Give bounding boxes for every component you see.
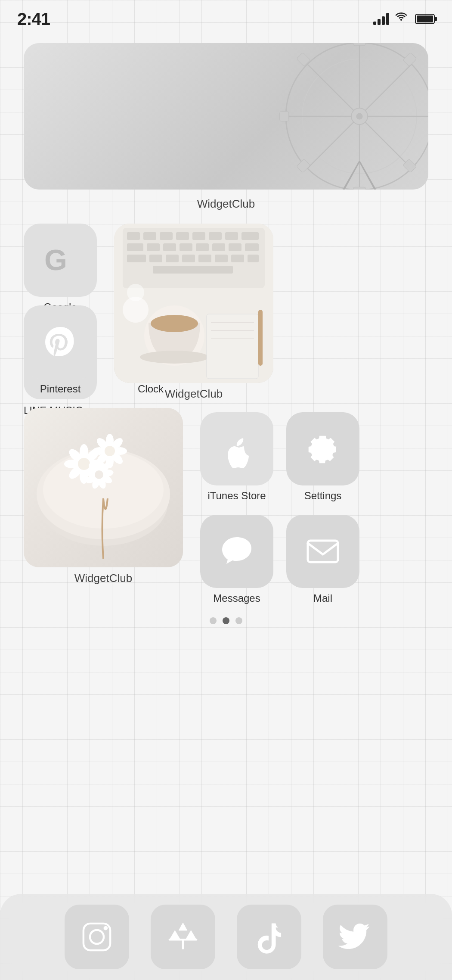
battery-icon: [415, 14, 435, 24]
svg-rect-29: [192, 232, 205, 240]
page-dot-2[interactable]: [223, 617, 229, 624]
apple-icon: [217, 429, 256, 468]
widget-bottom-label: WidgetClub: [74, 572, 132, 585]
svg-rect-31: [225, 232, 238, 240]
svg-rect-43: [166, 255, 179, 262]
tiktok-icon: [252, 920, 286, 954]
pinterest-icon-bg: [24, 305, 97, 379]
svg-point-15: [356, 113, 362, 119]
svg-rect-39: [229, 243, 241, 251]
messages-icon-bg: [200, 515, 273, 588]
svg-point-79: [78, 458, 90, 470]
clock-label: Clock: [138, 383, 164, 395]
svg-rect-11: [403, 53, 417, 66]
widget-middle-container: WidgetClub: [114, 224, 273, 401]
gear-icon: [303, 429, 342, 468]
svg-line-18: [335, 162, 359, 190]
widget-top[interactable]: [24, 43, 428, 190]
dock-tiktok[interactable]: [237, 905, 301, 969]
settings-label: Settings: [304, 490, 342, 502]
svg-point-102: [104, 926, 108, 930]
google-icon-bg: G: [24, 224, 97, 297]
instagram-icon-bg: [65, 905, 129, 969]
svg-rect-30: [209, 232, 222, 240]
mail-label: Mail: [313, 592, 332, 604]
svg-rect-53: [207, 314, 258, 379]
status-time: 2:41: [17, 9, 50, 29]
svg-point-59: [127, 284, 144, 301]
itunes-label: iTunes Store: [207, 490, 266, 502]
flower-scene: [24, 408, 183, 567]
home-content: WidgetClub G Google: [0, 34, 452, 624]
dock-instagram[interactable]: [65, 905, 129, 969]
app-mail[interactable]: Mail: [286, 515, 359, 604]
svg-rect-57: [258, 310, 263, 366]
svg-rect-41: [127, 255, 146, 262]
messages-icon: [217, 532, 256, 571]
coffee-desk-scene: [114, 224, 273, 383]
svg-rect-10: [297, 53, 310, 66]
svg-rect-25: [127, 232, 140, 240]
app-itunes[interactable]: iTunes Store: [200, 412, 273, 502]
svg-rect-44: [182, 255, 195, 262]
page-dot-3[interactable]: [235, 617, 242, 624]
apps-right-col: iTunes Store Settings Messages: [200, 412, 359, 604]
app-section-3: WidgetClub iTunes Store Set: [24, 408, 428, 604]
svg-rect-37: [196, 243, 209, 251]
pinterest-label: Pinterest: [40, 383, 81, 395]
svg-rect-28: [176, 232, 189, 240]
page-dots: [24, 617, 428, 624]
google-icon: G: [41, 241, 80, 280]
instagram-icon: [80, 920, 114, 954]
widget-middle[interactable]: [114, 224, 273, 383]
coffee-scene: [114, 224, 273, 383]
svg-rect-35: [163, 243, 176, 251]
svg-rect-12: [297, 159, 310, 173]
svg-point-101: [90, 930, 104, 944]
twitter-icon: [338, 920, 372, 954]
svg-rect-49: [153, 266, 233, 274]
app-pinterest[interactable]: Pinterest: [24, 305, 97, 395]
appstore-icon-bg: [151, 905, 215, 969]
svg-point-98: [95, 470, 103, 479]
flower-scene-svg: [24, 408, 183, 567]
svg-text:G: G: [44, 243, 67, 276]
svg-rect-40: [245, 243, 259, 251]
status-icons: [373, 12, 435, 27]
app-google[interactable]: G Google: [24, 224, 97, 313]
svg-rect-26: [143, 232, 156, 240]
settings-icon-bg: [286, 412, 359, 485]
svg-point-52: [140, 351, 209, 364]
svg-line-19: [359, 162, 384, 190]
page-dot-1[interactable]: [210, 617, 217, 624]
app-settings[interactable]: Settings: [286, 412, 359, 502]
signal-icon: [373, 13, 389, 25]
svg-rect-33: [127, 243, 143, 251]
svg-rect-7: [353, 187, 366, 190]
messages-label: Messages: [213, 592, 260, 604]
dock-appstore[interactable]: [151, 905, 215, 969]
svg-point-51: [151, 315, 198, 332]
app-messages[interactable]: Messages: [200, 515, 273, 604]
widget-top-image: [24, 43, 428, 190]
svg-rect-36: [180, 243, 192, 251]
svg-rect-45: [198, 255, 211, 262]
svg-rect-48: [248, 255, 259, 262]
svg-rect-13: [403, 159, 417, 173]
widget-top-label: WidgetClub: [24, 197, 428, 211]
svg-rect-6: [353, 43, 366, 46]
svg-rect-99: [308, 541, 338, 562]
ferris-wheel-icon: [278, 43, 428, 190]
widget-bottom-container: WidgetClub: [24, 408, 183, 585]
dock-twitter[interactable]: [323, 905, 387, 969]
svg-rect-46: [215, 255, 228, 262]
svg-rect-47: [231, 255, 244, 262]
appstore-icon: [166, 920, 200, 954]
pinterest-icon: [41, 323, 80, 361]
wifi-icon: [395, 12, 409, 27]
svg-rect-34: [147, 243, 160, 251]
widget-bottom[interactable]: [24, 408, 183, 567]
twitter-icon-bg: [323, 905, 387, 969]
dock: [0, 894, 452, 980]
svg-point-88: [105, 446, 115, 456]
